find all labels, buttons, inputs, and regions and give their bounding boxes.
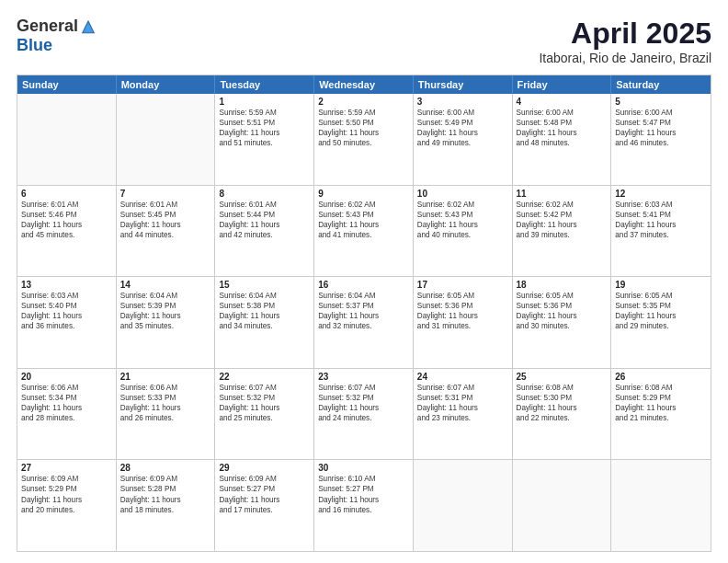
cell-line: Daylight: 11 hours — [219, 495, 310, 505]
cell-line: Daylight: 11 hours — [615, 311, 707, 321]
cell-line: Daylight: 11 hours — [219, 311, 310, 321]
calendar-cell-22: 22Sunrise: 6:07 AMSunset: 5:32 PMDayligh… — [215, 369, 314, 460]
day-number: 2 — [318, 97, 409, 107]
cell-line: and 34 minutes. — [219, 321, 310, 331]
subtitle: Itaborai, Rio de Janeiro, Brazil — [539, 51, 711, 65]
cell-line: and 32 minutes. — [318, 321, 409, 331]
cell-line: Sunrise: 6:06 AM — [120, 383, 211, 393]
logo-icon — [80, 18, 97, 35]
calendar-cell-20: 20Sunrise: 6:06 AMSunset: 5:34 PMDayligh… — [17, 369, 117, 460]
cell-line: Daylight: 11 hours — [615, 220, 707, 230]
calendar-cell-1: 1Sunrise: 5:59 AMSunset: 5:51 PMDaylight… — [215, 94, 314, 185]
cell-line: Sunrise: 6:05 AM — [417, 291, 508, 301]
cell-line: and 45 minutes. — [21, 230, 112, 240]
calendar-cell-13: 13Sunrise: 6:03 AMSunset: 5:40 PMDayligh… — [17, 277, 117, 368]
cell-line: Sunrise: 6:03 AM — [21, 291, 112, 301]
calendar-cell-24: 24Sunrise: 6:07 AMSunset: 5:31 PMDayligh… — [414, 369, 513, 460]
cell-line: Sunset: 5:43 PM — [318, 210, 409, 220]
logo-text: General — [17, 17, 97, 36]
calendar-cell-3: 3Sunrise: 6:00 AMSunset: 5:49 PMDaylight… — [414, 94, 513, 185]
day-number: 8 — [219, 189, 310, 199]
calendar-cell-empty-0-1 — [117, 94, 216, 185]
cell-line: Daylight: 11 hours — [219, 220, 310, 230]
header-day-thursday: Thursday — [414, 75, 513, 94]
calendar-cell-11: 11Sunrise: 6:02 AMSunset: 5:42 PMDayligh… — [513, 186, 612, 277]
cell-line: Sunset: 5:37 PM — [318, 301, 409, 311]
cell-line: Sunset: 5:38 PM — [219, 301, 310, 311]
cell-line: and 16 minutes. — [318, 505, 409, 515]
cell-line: Daylight: 11 hours — [219, 403, 310, 413]
calendar-body: 1Sunrise: 5:59 AMSunset: 5:51 PMDaylight… — [17, 94, 711, 551]
cell-line: Daylight: 11 hours — [21, 403, 112, 413]
cell-line: Daylight: 11 hours — [517, 128, 608, 138]
cell-line: Sunset: 5:28 PM — [120, 484, 211, 494]
cell-line: and 22 minutes. — [517, 413, 608, 423]
day-number: 22 — [219, 372, 310, 382]
calendar-cell-4: 4Sunrise: 6:00 AMSunset: 5:48 PMDaylight… — [513, 94, 612, 185]
cell-line: Sunrise: 6:02 AM — [517, 200, 608, 210]
calendar-cell-16: 16Sunrise: 6:04 AMSunset: 5:37 PMDayligh… — [314, 277, 414, 368]
calendar-cell-25: 25Sunrise: 6:08 AMSunset: 5:30 PMDayligh… — [513, 369, 612, 460]
day-number: 23 — [318, 372, 409, 382]
cell-line: and 41 minutes. — [318, 230, 409, 240]
day-number: 21 — [120, 372, 211, 382]
day-number: 29 — [219, 463, 310, 473]
cell-line: Sunset: 5:34 PM — [21, 393, 112, 403]
calendar-cell-7: 7Sunrise: 6:01 AMSunset: 5:45 PMDaylight… — [117, 186, 216, 277]
cell-line: and 51 minutes. — [219, 138, 310, 148]
cell-line: Daylight: 11 hours — [417, 128, 508, 138]
cell-line: Sunset: 5:46 PM — [21, 210, 112, 220]
cell-line: Sunset: 5:32 PM — [219, 393, 310, 403]
cell-line: Sunrise: 6:10 AM — [318, 474, 409, 484]
day-number: 15 — [219, 280, 310, 290]
cell-line: Daylight: 11 hours — [615, 128, 707, 138]
calendar-cell-empty-4-4 — [414, 460, 513, 551]
header-day-wednesday: Wednesday — [314, 75, 414, 94]
day-number: 28 — [120, 463, 211, 473]
calendar-row-2: 13Sunrise: 6:03 AMSunset: 5:40 PMDayligh… — [17, 277, 711, 369]
cell-line: Sunset: 5:31 PM — [417, 393, 508, 403]
day-number: 25 — [517, 372, 608, 382]
cell-line: and 17 minutes. — [219, 505, 310, 515]
calendar-row-4: 27Sunrise: 6:09 AMSunset: 5:29 PMDayligh… — [17, 460, 711, 551]
cell-line: and 26 minutes. — [120, 413, 211, 423]
calendar: SundayMondayTuesdayWednesdayThursdayFrid… — [17, 75, 711, 552]
logo-general-text: General — [17, 17, 78, 36]
page: General Blue April 2025 Itaborai, Rio de… — [0, 0, 728, 563]
header-day-sunday: Sunday — [17, 75, 117, 94]
cell-line: and 30 minutes. — [517, 321, 608, 331]
cell-line: Sunset: 5:32 PM — [318, 393, 409, 403]
calendar-cell-8: 8Sunrise: 6:01 AMSunset: 5:44 PMDaylight… — [215, 186, 314, 277]
calendar-header: SundayMondayTuesdayWednesdayThursdayFrid… — [17, 75, 711, 94]
cell-line: and 44 minutes. — [120, 230, 211, 240]
cell-line: Daylight: 11 hours — [318, 220, 409, 230]
cell-line: Daylight: 11 hours — [120, 403, 211, 413]
day-number: 20 — [21, 372, 112, 382]
cell-line: Sunset: 5:29 PM — [615, 393, 707, 403]
cell-line: and 48 minutes. — [517, 138, 608, 148]
cell-line: Sunset: 5:44 PM — [219, 210, 310, 220]
cell-line: Daylight: 11 hours — [318, 495, 409, 505]
cell-line: Sunset: 5:43 PM — [417, 210, 508, 220]
cell-line: Sunset: 5:51 PM — [219, 118, 310, 128]
day-number: 4 — [517, 97, 608, 107]
cell-line: Sunrise: 6:09 AM — [21, 474, 112, 484]
cell-line: Daylight: 11 hours — [120, 495, 211, 505]
day-number: 13 — [21, 280, 112, 290]
day-number: 10 — [417, 189, 508, 199]
calendar-cell-12: 12Sunrise: 6:03 AMSunset: 5:41 PMDayligh… — [611, 186, 711, 277]
cell-line: Sunrise: 6:00 AM — [517, 108, 608, 118]
calendar-cell-28: 28Sunrise: 6:09 AMSunset: 5:28 PMDayligh… — [117, 460, 216, 551]
cell-line: and 50 minutes. — [318, 138, 409, 148]
calendar-cell-26: 26Sunrise: 6:08 AMSunset: 5:29 PMDayligh… — [611, 369, 711, 460]
cell-line: Sunset: 5:27 PM — [219, 484, 310, 494]
day-number: 19 — [615, 280, 707, 290]
cell-line: Daylight: 11 hours — [517, 220, 608, 230]
cell-line: and 39 minutes. — [517, 230, 608, 240]
cell-line: Sunrise: 6:04 AM — [120, 291, 211, 301]
cell-line: Sunrise: 6:08 AM — [615, 383, 707, 393]
cell-line: and 40 minutes. — [417, 230, 508, 240]
calendar-cell-29: 29Sunrise: 6:09 AMSunset: 5:27 PMDayligh… — [215, 460, 314, 551]
day-number: 27 — [21, 463, 112, 473]
cell-line: Daylight: 11 hours — [417, 220, 508, 230]
